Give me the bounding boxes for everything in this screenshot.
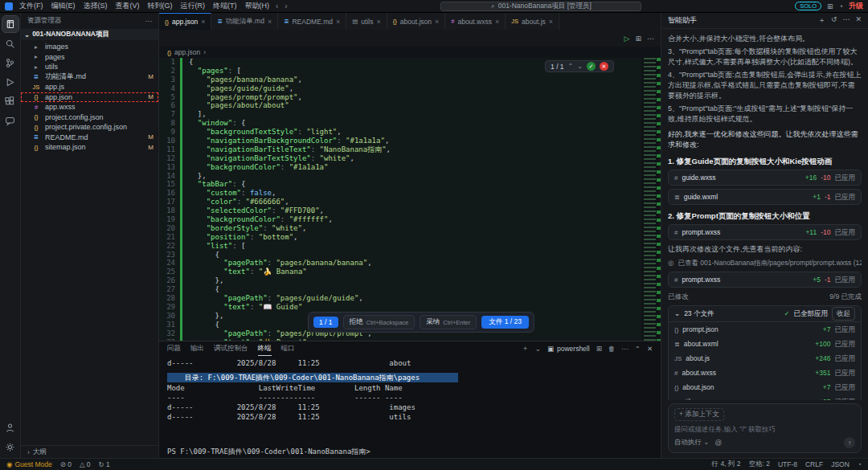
- accept-all-icon[interactable]: ✓: [587, 62, 596, 71]
- upgrade-button[interactable]: 升级: [849, 1, 863, 11]
- changed-file-row[interactable]: ▸ utils +25 已应用: [669, 394, 861, 400]
- next-match-icon[interactable]: ⌄: [577, 63, 583, 70]
- overview-ruler[interactable]: [657, 58, 661, 341]
- errors-indicator[interactable]: ⊘ 0: [60, 460, 72, 468]
- chevron-down-icon[interactable]: ⌄: [674, 309, 680, 319]
- menu-item[interactable]: 文件(F): [19, 1, 43, 11]
- new-chat-icon[interactable]: ＋: [818, 15, 825, 26]
- bell-icon[interactable]: ◔: [839, 2, 843, 10]
- history-icon[interactable]: ↺: [831, 15, 837, 26]
- editor-tab[interactable]: {} app.json ×: [159, 13, 211, 30]
- chat-input-box[interactable]: + 添加上下文 提问或描述任务,输入 "/" 获取技巧 自动执行 ⌄ @ ↑: [668, 403, 862, 453]
- chat-more-icon[interactable]: ⋯: [842, 15, 850, 26]
- panel-tab[interactable]: 调试控制台: [214, 341, 248, 356]
- file-tree-item[interactable]: ▸ images: [21, 42, 158, 52]
- warnings-indicator[interactable]: △ 0: [80, 460, 91, 468]
- explorer-icon[interactable]: [2, 16, 18, 32]
- account-icon[interactable]: [2, 419, 18, 435]
- code-editor[interactable]: 1 { 2 "pages": [ 3: [159, 58, 661, 341]
- breadcrumb[interactable]: {} app.json ›: [159, 47, 661, 58]
- file-change-chip[interactable]: ≣ guide.wxml +1 -1 已应用: [668, 189, 862, 205]
- file-change-chip[interactable]: # guide.wxss +16 -10 已应用: [668, 170, 862, 186]
- terminal-prompt[interactable]: PS F:\009-TRAE插件\009-Coder\001-NanoBanan…: [167, 447, 653, 456]
- terminal-dropdown-icon[interactable]: ⌄: [535, 345, 541, 353]
- sidebar-more-icon[interactable]: ⋯: [145, 17, 153, 25]
- outline-section[interactable]: › 大纲: [21, 445, 158, 458]
- bell-icon[interactable]: ◔: [858, 460, 862, 468]
- status-item[interactable]: CRLF: [805, 460, 823, 468]
- send-button[interactable]: ↑: [844, 437, 855, 448]
- changed-file-row[interactable]: ≣ about.wxml +100 已应用: [669, 337, 861, 351]
- editor-tab[interactable]: ≣ README.md ×: [278, 13, 346, 30]
- menu-item[interactable]: 终端(T): [213, 1, 237, 11]
- forward-arrow-icon[interactable]: ›: [285, 2, 287, 10]
- file-change-chip[interactable]: # prompt.wxss +5 -1 已应用: [668, 272, 862, 288]
- changed-file-row[interactable]: {} about.json +7 已应用: [669, 380, 861, 394]
- mention-icon[interactable]: @: [714, 439, 722, 447]
- file-tree-item[interactable]: ≣ 功能清单.md M: [21, 72, 158, 83]
- menu-item[interactable]: 选择(S): [84, 1, 108, 11]
- layout-icon[interactable]: ⊞: [827, 2, 833, 10]
- file-tree-item[interactable]: ▸ utils: [21, 62, 158, 72]
- chat-messages[interactable]: 合并大小,并保持大小稳定性,符合整体布局。3、"Prompt"tab页面:每个数…: [661, 29, 868, 400]
- close-tab-icon[interactable]: ×: [336, 18, 340, 26]
- maximize-panel-icon[interactable]: ⌃: [635, 345, 641, 353]
- panel-more-icon[interactable]: ⋯: [621, 345, 628, 353]
- status-item[interactable]: UTF-8: [778, 460, 797, 468]
- ai-chat-icon[interactable]: [2, 112, 18, 129]
- prev-match-icon[interactable]: ⌃: [568, 63, 574, 70]
- file-tree-item[interactable]: {} sitemap.json M: [21, 142, 158, 153]
- terminal[interactable]: d----- 2025/8/28 11:25 about 目录: F:\009-…: [159, 356, 661, 458]
- menu-item[interactable]: 转到(G): [148, 1, 173, 11]
- close-tab-icon[interactable]: ×: [376, 18, 380, 26]
- panel-tab[interactable]: 问题: [167, 341, 181, 356]
- solo-badge[interactable]: SOLO: [795, 2, 821, 10]
- changed-file-row[interactable]: # about.wxss +351 已应用: [669, 366, 861, 380]
- reject-change-button[interactable]: 拒绝 Ctrl+Backspace: [343, 315, 416, 329]
- close-chat-icon[interactable]: ✕: [855, 15, 862, 26]
- close-tab-icon[interactable]: ×: [435, 18, 439, 26]
- add-context-chip[interactable]: + 添加上下文: [674, 408, 724, 421]
- sync-indicator[interactable]: ↻ 1: [99, 460, 110, 468]
- close-tab-icon[interactable]: ×: [268, 18, 272, 26]
- new-terminal-icon[interactable]: ＋: [522, 344, 529, 354]
- close-tab-icon[interactable]: ×: [495, 18, 499, 26]
- project-root-folder[interactable]: ⌄ 001-NANOBANANA项目: [21, 29, 158, 40]
- split-editor-icon[interactable]: ⊞: [635, 35, 641, 43]
- menu-item[interactable]: 帮助(H): [245, 1, 270, 11]
- editor-tab[interactable]: ▤ utils ×: [346, 13, 387, 30]
- mode-selector[interactable]: 自动执行 ⌄: [674, 438, 709, 448]
- menu-item[interactable]: 运行(R): [181, 1, 206, 11]
- extensions-icon[interactable]: [2, 93, 18, 109]
- file-tree-item[interactable]: ≣ README.md M: [21, 133, 158, 143]
- menu-item[interactable]: 查看(V): [116, 1, 140, 11]
- close-tab-icon[interactable]: ×: [549, 18, 553, 26]
- minimap[interactable]: [644, 58, 656, 341]
- file-tree-item[interactable]: JS app.js: [21, 82, 158, 92]
- close-tab-icon[interactable]: ×: [201, 18, 205, 26]
- search-icon[interactable]: [2, 35, 18, 51]
- changed-file-row[interactable]: JS about.js +246 已应用: [669, 351, 861, 366]
- close-panel-icon[interactable]: ✕: [647, 345, 653, 353]
- viewed-file-row[interactable]: ◎ 已查看 001-NanoBanana指南/pages/prompt/prom…: [668, 258, 862, 268]
- collapse-button[interactable]: 收起: [832, 307, 855, 321]
- changed-file-row[interactable]: {} prompt.json +7 已应用: [669, 322, 861, 337]
- guest-mode-badge[interactable]: ◉ Guest Mode: [6, 460, 52, 468]
- code-area[interactable]: 1 { 2 "pages": [ 3: [159, 58, 641, 341]
- file-tree-item[interactable]: {} project.config.json: [21, 112, 158, 123]
- editor-more-icon[interactable]: ⋯: [647, 35, 654, 43]
- source-control-icon[interactable]: [2, 55, 18, 71]
- file-tree-item[interactable]: {} app.json M: [21, 92, 158, 103]
- shell-label[interactable]: ▣ powershell: [547, 345, 590, 353]
- file-tree-item[interactable]: # app.wxss: [21, 102, 158, 112]
- status-item[interactable]: JSON: [831, 460, 850, 468]
- panel-tab[interactable]: 输出: [190, 341, 204, 356]
- status-item[interactable]: 空格: 2: [748, 460, 769, 469]
- menu-item[interactable]: 编辑(E): [51, 1, 76, 11]
- file-change-chip[interactable]: # prompt.wxss +11 -10 已应用: [668, 224, 862, 240]
- panel-tab[interactable]: 端口: [281, 341, 295, 356]
- files-nav-button[interactable]: 文件 1 / 23: [481, 316, 529, 329]
- file-tree-item[interactable]: {} project.private.config.json: [21, 122, 158, 133]
- editor-tab[interactable]: ≣ 功能清单.md ×: [211, 13, 278, 30]
- panel-tab[interactable]: 终端: [258, 341, 272, 356]
